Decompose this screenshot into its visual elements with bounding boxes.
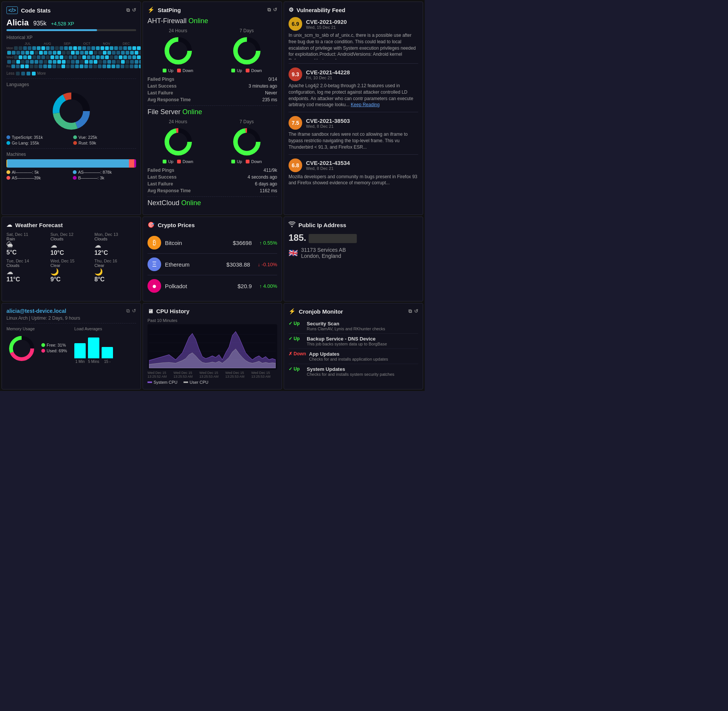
statping-header: ⚡ StatPing ⧉ ↺: [147, 6, 277, 13]
cpu-chart-svg: [149, 326, 276, 368]
heatmap-cell: [62, 51, 66, 55]
cj-app-status: ✗ Down: [289, 351, 306, 356]
heatmap-cell: [128, 55, 132, 59]
heatmap-cell: [34, 64, 38, 68]
cj-system-updates: ✓ Up System Updates Checks for and insta…: [289, 364, 418, 379]
pulse-icon: ⚡: [147, 6, 155, 13]
cs-username: Alicia: [6, 18, 29, 28]
sysinfo-meta: Linux Arch | Uptime: 2 Days, 9 hours: [6, 315, 136, 321]
cronjob-widget: ⚡ Cronjob Monitor ⧉ ↺ ✓ Up Security Scan…: [284, 303, 423, 389]
heatmap-cell: [110, 46, 113, 50]
cronjob-title: Cronjob Monitor: [299, 308, 343, 315]
server-name-nextcloud: NextCloud Online: [147, 199, 277, 207]
heatmap-cell: [80, 51, 84, 55]
cpu-history-widget: 🖥 CPU History Past 10 Minutes Wed Dec 15…: [143, 303, 282, 389]
server-name-aht: AHT-Firewall Online: [147, 17, 277, 25]
heatmap-cell: [71, 60, 75, 64]
heatmap-cell: [125, 64, 129, 68]
heatmap-cell: [53, 60, 56, 64]
heatmap-cell: [7, 51, 11, 55]
sysinfo-external-icon[interactable]: ⧉: [126, 308, 130, 314]
heatmap-cell: [80, 64, 83, 68]
cs-user-row: Alicia 935k +4,528 XP: [6, 18, 136, 28]
user-cpu-label: User CPU: [190, 380, 209, 385]
heatmap-cell: [119, 46, 122, 50]
heatmap-cell: [103, 51, 107, 55]
heatmap-cell: [57, 51, 61, 55]
dashboard: </> Code Stats ⧉ ↺ Alicia 935k +4,528 XP…: [0, 0, 425, 391]
heatmap-cell: [139, 60, 141, 64]
heatmap-row-1: [6, 51, 136, 55]
lang-item-typescript: TypeScript: 351k: [6, 135, 69, 140]
heatmap-cell: [69, 46, 72, 50]
cj-security-name: Security Scan: [307, 321, 385, 326]
cs-xp-gain: +4,528 XP: [51, 21, 74, 27]
heatmap-cell: [44, 51, 47, 55]
uk-flag: 🇬🇧: [289, 248, 298, 257]
cj-app-desc: Checks for and installs application upda…: [309, 357, 388, 361]
cve-0920-id: CVE-2021-0920: [306, 19, 347, 25]
ethereum-price: $3038.88: [226, 261, 250, 268]
heatmap-row-3: [6, 60, 136, 64]
heatmap-cell: [48, 64, 52, 68]
lang-item-go: Go Lang: 155k: [6, 141, 69, 145]
cve-43534-score: 6.8: [289, 159, 302, 172]
load-1min: 1 Min: [74, 343, 86, 364]
aht-stats: Failed Pings 0/14 Last Success 3 minutes…: [147, 76, 277, 103]
cve-0920: 6.9 CVE-2021-0920 Wed, 15 Dec 21 In unix…: [289, 17, 418, 64]
cronjob-pulse-icon: ⚡: [289, 308, 296, 315]
external-link-icon[interactable]: ⧉: [126, 7, 130, 13]
aht-donut-24h: [163, 36, 193, 66]
heatmap-cell: [96, 46, 100, 50]
statping-refresh-icon[interactable]: ↺: [273, 7, 277, 13]
cj-app-updates: ✗ Down App Updates Checks for and instal…: [289, 349, 418, 364]
heatmap-cell: [64, 55, 68, 59]
heatmap-cell: [93, 64, 97, 68]
weather-day-2: Mon, Dec 13 Clouds ☁ 12°C: [94, 232, 136, 256]
heatmap-cell: [57, 64, 61, 68]
heatmap-cell: [11, 64, 15, 68]
cpu-timestamps: Wed Dec 15 13:25:52 AM Wed Dec 15 13:25:…: [147, 371, 277, 378]
vuln-feed-header: ⚙ Vulnerability Feed: [289, 6, 418, 13]
heatmap-cell: [103, 60, 107, 64]
ethereum-icon: Ξ: [147, 257, 161, 271]
heatmap-cell: [21, 60, 25, 64]
cve-44228-link[interactable]: Keep Reading: [351, 102, 380, 107]
heatmap-cell: [66, 51, 70, 55]
machine-b: B————: 3k: [73, 176, 136, 180]
heatmap-cell: [16, 60, 20, 64]
monitor-icon: 🖥: [147, 308, 153, 314]
refresh-icon[interactable]: ↺: [132, 7, 136, 13]
server-status-aht: Online: [188, 17, 208, 25]
cve-44228-score: 9.3: [289, 67, 302, 81]
bitcoin-change: ↑ 0.55%: [259, 240, 277, 246]
cj-security-status: ✓ Up: [289, 321, 304, 326]
heatmap-cell: [132, 55, 136, 59]
heatmap-cell: [25, 51, 29, 55]
cve-43534-desc: Mozilla developers and community m bugs …: [289, 174, 418, 187]
cj-security-scan: ✓ Up Security Scan Runs ClamAV, Lynis an…: [289, 319, 418, 334]
server-status-file: Online: [182, 108, 202, 116]
heatmap-cell: [112, 51, 116, 55]
sp-divider2: [147, 196, 277, 197]
heatmap-cell: [73, 55, 77, 59]
heatmap-cell: [55, 55, 59, 59]
server-status-nextcloud: Online: [181, 199, 201, 207]
heatmap-row-2: Wed: [6, 55, 136, 59]
heatmap-cell: [43, 64, 47, 68]
weather-day-0: Sat, Dec 11 Rain 🌦 5°C: [6, 232, 48, 256]
sysinfo-refresh-icon[interactable]: ↺: [132, 308, 136, 314]
cronjob-refresh-icon[interactable]: ↺: [414, 308, 418, 314]
heatmap-row-4: Fri: [6, 64, 136, 68]
weather-day-5: Thu, Dec 16 Clear 🌙 8°C: [94, 259, 136, 283]
heatmap-cell: [98, 64, 102, 68]
heatmap-cell: [73, 46, 77, 50]
memory-label: Memory Usage: [6, 326, 68, 331]
statping-external-icon[interactable]: ⧉: [267, 7, 271, 13]
machine-as2: AS————39k: [6, 176, 70, 180]
heatmap-row-0: Mon: [6, 46, 136, 50]
heatmap-cell: [116, 60, 120, 64]
heatmap-cell: [28, 46, 31, 50]
heatmap-cell: [128, 46, 132, 50]
cronjob-external-icon[interactable]: ⧉: [408, 308, 412, 314]
